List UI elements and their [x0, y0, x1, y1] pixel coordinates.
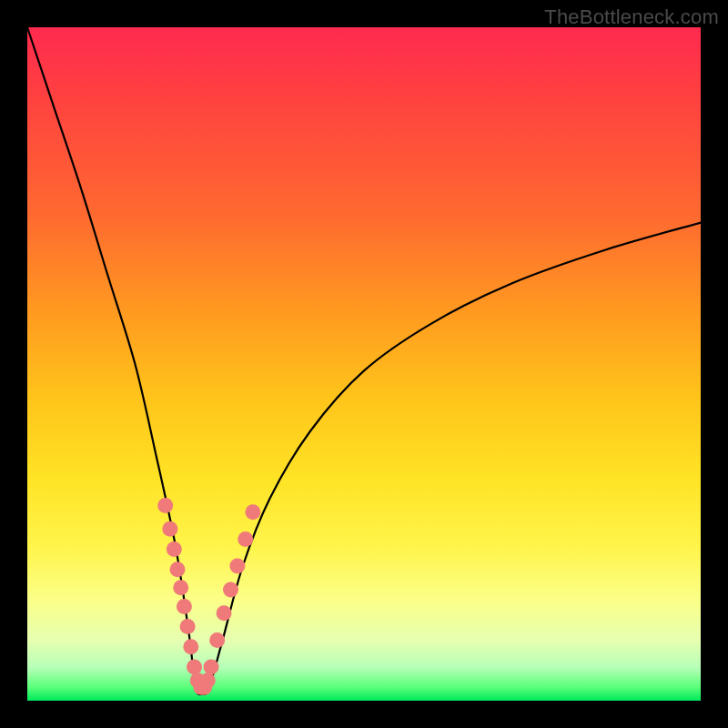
scatter-point [177, 599, 192, 614]
scatter-point [187, 660, 202, 675]
scatter-point [217, 605, 232, 621]
scatter-point [229, 559, 245, 574]
curve-layer [27, 27, 701, 701]
scatter-point [223, 581, 238, 597]
scatter-point [180, 619, 196, 634]
scatter-point [167, 541, 182, 557]
watermark-text: TheBottleneck.com [544, 5, 719, 29]
scatter-points [157, 498, 260, 695]
scatter-point [200, 672, 216, 688]
scatter-point [162, 521, 177, 537]
bottleneck-curve [27, 27, 701, 694]
chart-frame: TheBottleneck.com [0, 0, 728, 728]
plot-area [27, 27, 701, 701]
scatter-point [173, 580, 188, 595]
scatter-point [157, 498, 173, 513]
scatter-point [170, 561, 186, 577]
scatter-point [183, 639, 198, 654]
scatter-point [245, 504, 260, 520]
scatter-point [238, 531, 253, 547]
scatter-point [209, 632, 225, 648]
scatter-point [204, 660, 219, 675]
